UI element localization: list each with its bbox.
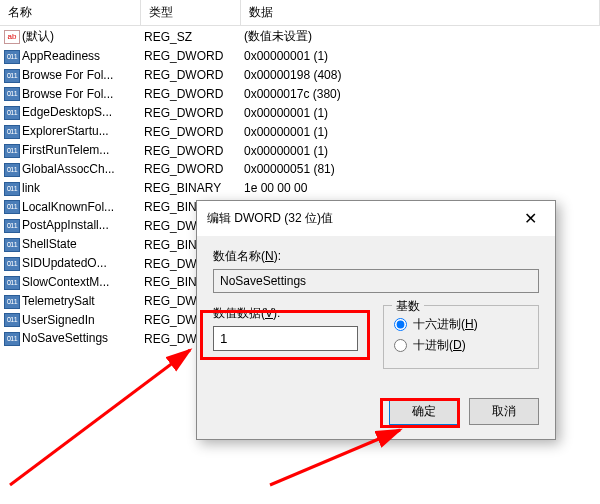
radix-dec-radio[interactable] [394, 339, 407, 352]
value-name-label: 数值名称(N): [213, 248, 539, 265]
table-row[interactable]: linkREG_BINARY1e 00 00 00 [0, 179, 600, 198]
table-row[interactable]: Browse For Fol...REG_DWORD0x00000198 (40… [0, 66, 600, 85]
value-data: 0x00000198 (408) [240, 66, 600, 85]
table-row[interactable]: FirstRunTelem...REG_DWORD0x00000001 (1) [0, 141, 600, 160]
value-name: SIDUpdatedO... [22, 256, 107, 270]
radix-hex-option[interactable]: 十六进制(H) [394, 316, 528, 333]
string-icon [4, 30, 20, 44]
value-name: Browse For Fol... [22, 68, 113, 82]
table-row[interactable]: AppReadinessREG_DWORD0x00000001 (1) [0, 47, 600, 66]
value-type: REG_DWORD [140, 122, 240, 141]
value-data: 1e 00 00 00 [240, 179, 600, 198]
radix-hex-radio[interactable] [394, 318, 407, 331]
table-row[interactable]: GlobalAssocCh...REG_DWORD0x00000051 (81) [0, 160, 600, 179]
value-type: REG_DWORD [140, 103, 240, 122]
value-name: (默认) [22, 29, 54, 43]
binary-icon [4, 106, 20, 120]
value-type: REG_DWORD [140, 66, 240, 85]
ok-button[interactable]: 确定 [389, 398, 459, 425]
value-type: REG_DWORD [140, 160, 240, 179]
table-row[interactable]: (默认)REG_SZ(数值未设置) [0, 26, 600, 48]
close-icon[interactable]: ✕ [516, 209, 545, 228]
value-name: SlowContextM... [22, 275, 109, 289]
value-name: PostAppInstall... [22, 218, 109, 232]
binary-icon [4, 276, 20, 290]
value-name: LocalKnownFol... [22, 200, 114, 214]
cancel-button[interactable]: 取消 [469, 398, 539, 425]
header-type[interactable]: 类型 [140, 0, 240, 26]
value-data: (数值未设置) [240, 26, 600, 48]
value-name: TelemetrySalt [22, 294, 95, 308]
binary-icon [4, 295, 20, 309]
header-name[interactable]: 名称 [0, 0, 140, 26]
radix-legend: 基数 [392, 298, 424, 315]
binary-icon [4, 200, 20, 214]
value-name: Browse For Fol... [22, 87, 113, 101]
value-name: GlobalAssocCh... [22, 162, 115, 176]
value-name: EdgeDesktopS... [22, 105, 112, 119]
value-data: 0x00000051 (81) [240, 160, 600, 179]
binary-icon [4, 219, 20, 233]
binary-icon [4, 50, 20, 64]
value-data: 0x00000001 (1) [240, 122, 600, 141]
value-name-field: NoSaveSettings [213, 269, 539, 293]
svg-line-0 [10, 350, 190, 485]
value-data: 0x00000001 (1) [240, 47, 600, 66]
binary-icon [4, 69, 20, 83]
binary-icon [4, 182, 20, 196]
table-row[interactable]: EdgeDesktopS...REG_DWORD0x00000001 (1) [0, 103, 600, 122]
value-data: 0x00000001 (1) [240, 141, 600, 160]
dialog-title: 编辑 DWORD (32 位)值 [207, 210, 333, 227]
value-name: ExplorerStartu... [22, 124, 109, 138]
arrow-to-value [0, 330, 210, 500]
table-row[interactable]: Browse For Fol...REG_DWORD0x0000017c (38… [0, 85, 600, 104]
edit-dword-dialog: 编辑 DWORD (32 位)值 ✕ 数值名称(N): NoSaveSettin… [196, 200, 556, 440]
binary-icon [4, 163, 20, 177]
radix-group: 基数 十六进制(H) 十进制(D) [383, 305, 539, 369]
binary-icon [4, 238, 20, 252]
value-name: FirstRunTelem... [22, 143, 109, 157]
value-name: link [22, 181, 40, 195]
value-data: 0x00000001 (1) [240, 103, 600, 122]
radix-dec-option[interactable]: 十进制(D) [394, 337, 528, 354]
value-type: REG_SZ [140, 26, 240, 48]
value-type: REG_BINARY [140, 179, 240, 198]
value-name: UserSignedIn [22, 313, 95, 327]
binary-icon [4, 332, 20, 346]
value-data: 0x0000017c (380) [240, 85, 600, 104]
value-data-label: 数值数据(V): [213, 305, 363, 322]
binary-icon [4, 257, 20, 271]
binary-icon [4, 125, 20, 139]
value-name: AppReadiness [22, 49, 100, 63]
value-name: NoSaveSettings [22, 331, 108, 345]
header-data[interactable]: 数据 [240, 0, 600, 26]
binary-icon [4, 313, 20, 327]
binary-icon [4, 144, 20, 158]
value-data-input[interactable] [213, 326, 358, 351]
value-type: REG_DWORD [140, 47, 240, 66]
value-type: REG_DWORD [140, 85, 240, 104]
value-type: REG_DWORD [140, 141, 240, 160]
value-name: ShellState [22, 237, 77, 251]
binary-icon [4, 87, 20, 101]
table-row[interactable]: ExplorerStartu...REG_DWORD0x00000001 (1) [0, 122, 600, 141]
